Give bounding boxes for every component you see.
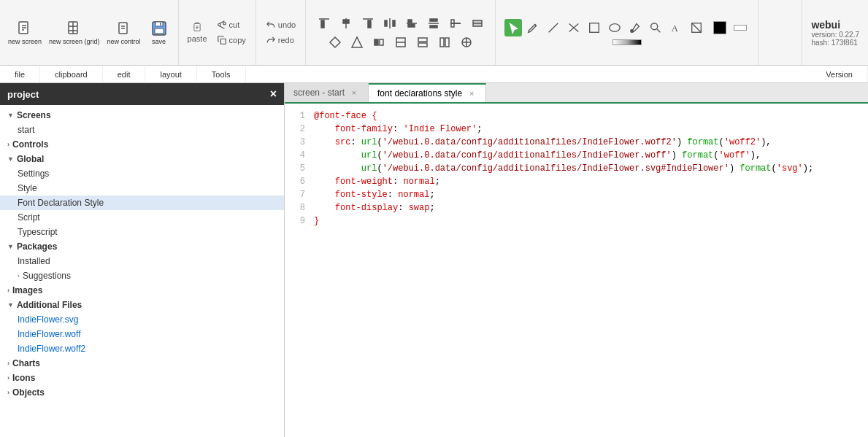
icon-8-button[interactable] xyxy=(468,15,487,31)
sidebar-item-installed[interactable]: Installed xyxy=(0,254,284,268)
menu-file[interactable]: file xyxy=(0,66,40,82)
svg-marker-41 xyxy=(352,37,362,47)
tab-font-declarations-style[interactable]: font declarations style × xyxy=(369,83,486,102)
svg-rect-48 xyxy=(440,38,444,47)
line-number-6: 6 xyxy=(285,175,314,188)
align-top-right-button[interactable] xyxy=(358,15,377,31)
paste-label: paste xyxy=(188,34,207,43)
edit-group: undo redo xyxy=(256,0,306,65)
sidebar-item-script[interactable]: Script xyxy=(0,210,284,225)
code-editor[interactable]: 1 @font-face { 2 font-family: 'Indie Flo… xyxy=(285,104,868,437)
align-top-center-button[interactable] xyxy=(337,15,356,31)
svg-rect-26 xyxy=(368,20,371,28)
svg-line-53 xyxy=(548,23,558,32)
sidebar-header: project × xyxy=(0,83,284,105)
indieflower-woff-link[interactable]: IndieFlower.woff xyxy=(18,329,81,339)
icon-11-button[interactable] xyxy=(369,34,388,50)
menu-edit[interactable]: edit xyxy=(103,66,146,82)
sidebar-item-global[interactable]: ▼ Global xyxy=(0,152,284,166)
menu-version[interactable]: Version xyxy=(811,66,868,82)
eyedropper-tool-button[interactable] xyxy=(626,20,645,36)
save-button[interactable]: save xyxy=(146,18,172,47)
paste-button[interactable]: paste xyxy=(185,19,210,46)
sidebar-item-suggestions[interactable]: › Suggestions xyxy=(0,268,284,283)
sidebar-item-icons[interactable]: › Icons xyxy=(0,371,284,385)
app-version: version: 0.22.7 xyxy=(811,31,859,39)
menu-tools[interactable]: Tools xyxy=(197,66,246,82)
copy-button[interactable]: copy xyxy=(213,34,250,47)
undo-label: undo xyxy=(278,20,296,29)
tab-font-declarations-style-close[interactable]: × xyxy=(466,88,477,98)
indieflower-svg-link[interactable]: IndieFlower.svg xyxy=(18,314,78,325)
suggestions-arrow: › xyxy=(18,272,20,279)
line-content-7: font-style: normal; xyxy=(314,188,868,201)
line-number-1: 1 xyxy=(285,109,314,123)
pencil-tool-button[interactable] xyxy=(523,20,542,36)
new-screen-button[interactable]: new screen xyxy=(6,18,44,47)
cut-tool-button[interactable] xyxy=(564,20,583,36)
menu-clipboard[interactable]: clipboard xyxy=(40,66,103,82)
sidebar-item-controls[interactable]: › Controls xyxy=(0,137,284,152)
version-group: webui version: 0.22.7 hash: 173f861 xyxy=(802,0,868,65)
undo-button[interactable]: undo xyxy=(262,18,299,31)
sidebar-item-screens[interactable]: ▼ Screens xyxy=(0,108,284,123)
new-screen-grid-button[interactable]: new screen (grid) xyxy=(47,18,102,47)
tab-screen-start-close[interactable]: × xyxy=(349,88,359,98)
menu-layout[interactable]: layout xyxy=(145,66,196,82)
sidebar-item-indieflower-woff[interactable]: IndieFlower.woff xyxy=(0,327,284,341)
text-tool-button[interactable]: A xyxy=(667,20,685,36)
global-arrow: ▼ xyxy=(7,155,14,163)
sidebar-item-settings[interactable]: Settings xyxy=(0,166,284,181)
svg-point-56 xyxy=(630,29,633,32)
zoom-tool-button[interactable] xyxy=(646,20,665,36)
sidebar-item-additional-files[interactable]: ▼ Additional Files xyxy=(0,298,284,312)
sidebar-item-font-declaration-style[interactable]: Font Declaration Style xyxy=(0,196,284,210)
icon-10-button[interactable] xyxy=(347,34,366,50)
transform-tool-button[interactable] xyxy=(687,20,706,36)
distribute-h-button[interactable] xyxy=(380,15,399,31)
code-line-4: 4 url('/webui.0.data/config/additionalfi… xyxy=(285,149,868,162)
new-control-button[interactable]: new control xyxy=(105,18,143,47)
sidebar-close-button[interactable]: × xyxy=(270,88,277,101)
cut-button[interactable]: cut xyxy=(213,18,250,31)
distribute-v-button[interactable] xyxy=(424,15,443,31)
sidebar-content: ▼ Screens start › Controls ▼ Global Sett… xyxy=(0,105,284,437)
icon-12-button[interactable] xyxy=(391,34,410,50)
color-black-swatch[interactable] xyxy=(710,20,729,36)
sidebar-item-indieflower-svg[interactable]: IndieFlower.svg xyxy=(0,312,284,327)
indieflower-woff2-link[interactable]: IndieFlower.woff2 xyxy=(18,344,85,354)
svg-rect-13 xyxy=(155,28,164,34)
sidebar-item-indieflower-woff2[interactable]: IndieFlower.woff2 xyxy=(0,341,284,356)
line-content-5: url('/webui.0.data/config/additionalfile… xyxy=(314,162,868,175)
sidebar-item-start[interactable]: start xyxy=(0,123,284,137)
sidebar-item-style[interactable]: Style xyxy=(0,181,284,196)
svg-rect-29 xyxy=(393,20,395,26)
sidebar-item-packages[interactable]: ▼ Packages xyxy=(0,239,284,254)
select-tool-button[interactable] xyxy=(504,19,522,36)
redo-button[interactable]: redo xyxy=(262,34,298,47)
sidebar-item-charts[interactable]: › Charts xyxy=(0,356,284,371)
align-left-button[interactable] xyxy=(402,15,421,31)
line-tool-button[interactable] xyxy=(544,20,563,36)
rect-tool-button[interactable] xyxy=(585,20,604,36)
align-top-left-button[interactable] xyxy=(315,15,334,31)
sidebar-item-typescript[interactable]: Typescript xyxy=(0,225,284,239)
align-bar-button[interactable] xyxy=(446,15,465,31)
sidebar-item-objects[interactable]: › Objects xyxy=(0,385,284,400)
icon-13-button[interactable] xyxy=(413,34,432,50)
images-arrow: › xyxy=(7,287,9,294)
icon-15-button[interactable] xyxy=(457,34,476,50)
color-gradient-bar[interactable] xyxy=(610,38,645,47)
icon-9-button[interactable] xyxy=(326,34,345,50)
charts-arrow: › xyxy=(7,360,9,367)
tab-screen-start[interactable]: screen - start × xyxy=(285,83,369,102)
svg-rect-35 xyxy=(430,26,437,28)
save-label: save xyxy=(152,38,166,45)
sidebar-item-images[interactable]: › Images xyxy=(0,283,284,298)
color-white-swatch[interactable] xyxy=(731,23,750,32)
line-number-2: 2 xyxy=(285,123,314,136)
code-line-9: 9 } xyxy=(285,214,868,228)
icon-14-button[interactable] xyxy=(435,34,454,50)
ellipse-tool-button[interactable] xyxy=(605,20,624,36)
clipboard-group: paste cut copy xyxy=(179,0,256,65)
